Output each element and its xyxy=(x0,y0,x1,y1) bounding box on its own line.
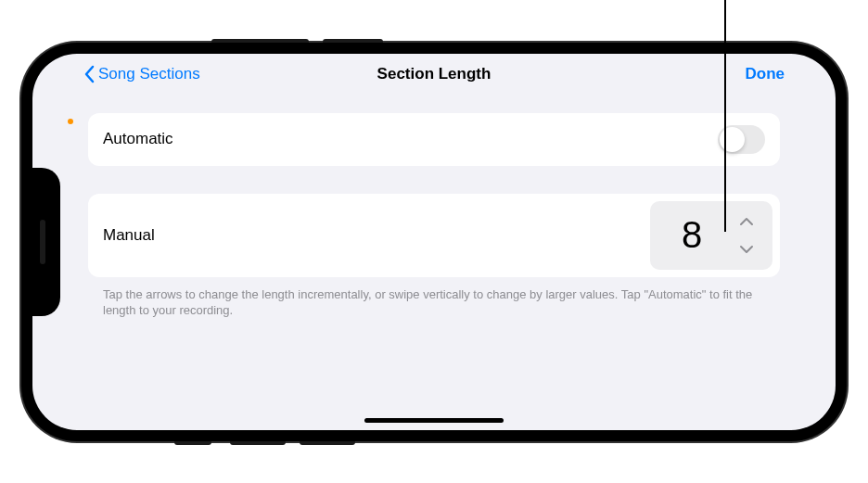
callout-line xyxy=(724,0,726,232)
automatic-label: Automatic xyxy=(103,130,173,148)
stepper-arrows xyxy=(734,201,772,270)
side-button xyxy=(300,441,355,445)
manual-group: Manual 8 xyxy=(88,194,780,277)
notch xyxy=(32,168,60,316)
chevron-down-icon xyxy=(739,245,754,254)
content-area: Automatic Manual 8 xyxy=(32,95,836,319)
stepper-value[interactable]: 8 xyxy=(650,201,734,270)
footer-help-text: Tap the arrows to change the length incr… xyxy=(88,277,780,319)
recording-indicator-icon xyxy=(68,119,73,124)
manual-cell: Manual 8 xyxy=(88,194,780,277)
done-button[interactable]: Done xyxy=(746,65,785,83)
back-button[interactable]: Song Sections xyxy=(83,65,200,83)
automatic-group: Automatic xyxy=(88,113,780,166)
chevron-up-icon xyxy=(739,217,754,226)
navigation-bar: Song Sections Section Length Done xyxy=(32,54,836,95)
silent-switch xyxy=(174,441,211,445)
chevron-left-icon xyxy=(83,65,95,83)
volume-button xyxy=(323,39,383,43)
page-title: Section Length xyxy=(377,65,491,83)
side-button xyxy=(230,441,286,445)
stepper-decrement-button[interactable] xyxy=(734,238,760,261)
screen: Song Sections Section Length Done Automa… xyxy=(32,54,836,430)
phone-frame: Song Sections Section Length Done Automa… xyxy=(21,43,847,441)
back-label: Song Sections xyxy=(98,65,200,83)
home-indicator[interactable] xyxy=(364,418,504,423)
stepper-increment-button[interactable] xyxy=(734,210,760,233)
length-stepper[interactable]: 8 xyxy=(650,201,772,270)
volume-button xyxy=(211,39,309,43)
manual-label: Manual xyxy=(103,226,155,245)
speaker xyxy=(40,220,45,264)
automatic-cell[interactable]: Automatic xyxy=(88,113,780,166)
